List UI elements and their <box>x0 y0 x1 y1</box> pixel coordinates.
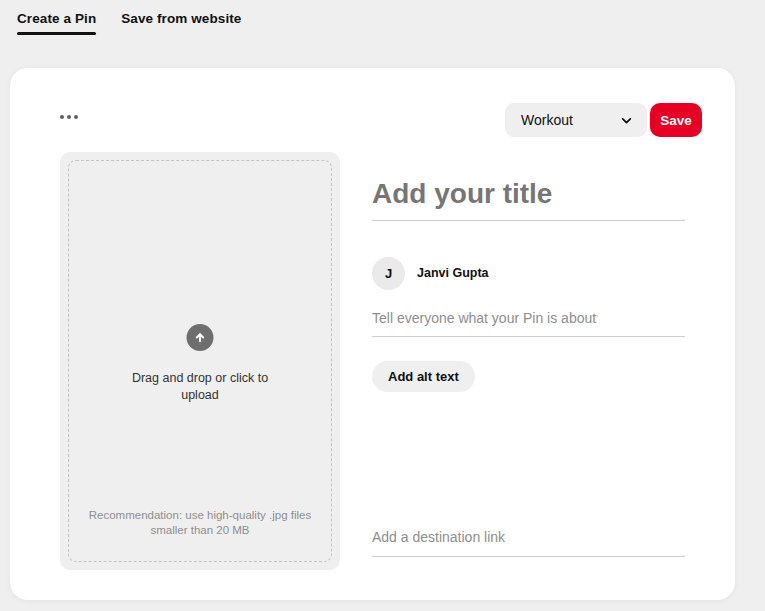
more-options-button[interactable] <box>60 108 88 126</box>
user-row: J Janvi Gupta <box>372 256 489 290</box>
pin-builder-card: Workout Save Drag and drop or click to u… <box>10 68 735 600</box>
user-name: Janvi Gupta <box>417 266 489 280</box>
title-input[interactable] <box>372 178 685 221</box>
dot-icon <box>67 115 71 119</box>
tab-create-a-pin[interactable]: Create a Pin <box>17 11 96 35</box>
dot-icon <box>60 115 64 119</box>
tab-save-from-website[interactable]: Save from website <box>121 11 241 35</box>
destination-link-input[interactable] <box>372 529 685 557</box>
pin-details-form: J Janvi Gupta Add alt text <box>372 68 685 600</box>
upload-dashed-border <box>68 160 332 562</box>
avatar: J <box>372 257 405 290</box>
upload-recommendation: Recommendation: use high-quality .jpg fi… <box>74 508 326 538</box>
dot-icon <box>74 115 78 119</box>
upload-instruction: Drag and drop or click to upload <box>60 370 340 404</box>
description-input[interactable] <box>372 310 685 337</box>
add-alt-text-button[interactable]: Add alt text <box>372 361 475 392</box>
upload-dropzone[interactable]: Drag and drop or click to upload Recomme… <box>60 152 340 570</box>
upload-arrow-icon <box>187 324 214 351</box>
create-tabbar: Create a Pin Save from website <box>0 0 765 56</box>
